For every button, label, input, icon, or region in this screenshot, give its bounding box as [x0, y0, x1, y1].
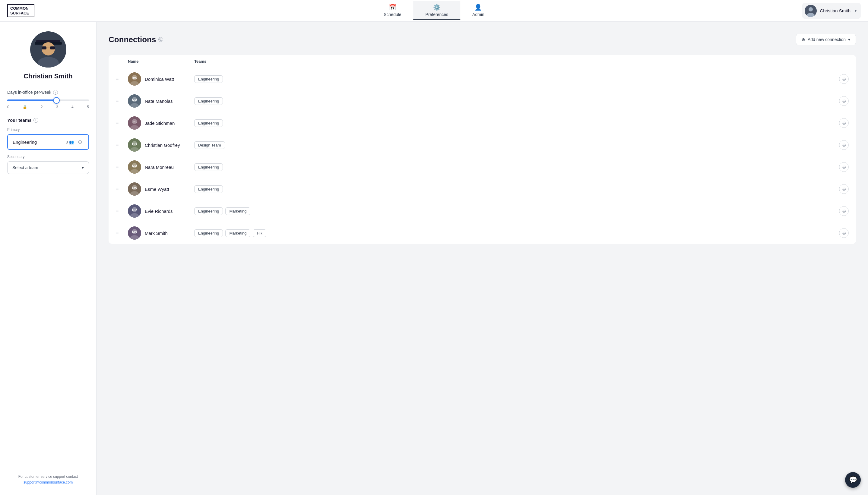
teams-cell: Engineering: [194, 185, 834, 193]
person-cell: DW Dominica Watt: [128, 72, 194, 86]
drag-handle[interactable]: ≡: [116, 76, 128, 82]
person-avatar-svg: NM: [128, 160, 141, 174]
teams-section: Your teams i Primary Engineering 8 👥 ⊖ S…: [7, 118, 89, 174]
svg-point-1: [808, 7, 813, 12]
secondary-team-placeholder: Select a team: [12, 165, 38, 170]
drag-handle[interactable]: ≡: [116, 142, 128, 148]
remove-connection-button[interactable]: ⊖: [839, 118, 849, 128]
connections-header: Connections ⓘ ⊕ Add new connection ▾: [108, 34, 856, 45]
support-label: For customer service support contact: [18, 475, 78, 479]
remove-connection-button[interactable]: ⊖: [839, 184, 849, 194]
team-members-badge: 8 👥: [66, 140, 74, 144]
team-tag: Engineering: [194, 97, 223, 105]
person-avatar: DW: [128, 72, 141, 86]
connections-info-icon[interactable]: ⓘ: [158, 37, 163, 42]
add-icon: ⊕: [802, 37, 805, 42]
profile-avatar-svg: [30, 31, 66, 68]
days-label: Days in-office per-week i: [7, 90, 89, 95]
svg-text:JS: JS: [132, 120, 136, 124]
svg-text:NM: NM: [132, 164, 137, 168]
lock-icon: 🔒: [23, 105, 27, 109]
remove-connection-button[interactable]: ⊖: [839, 96, 849, 106]
person-name: Jade Stichman: [145, 121, 174, 126]
drag-handle[interactable]: ≡: [116, 186, 128, 192]
slider-thumb[interactable]: [53, 97, 60, 104]
person-avatar-svg: ER: [128, 204, 141, 218]
days-label-text: Days in-office per-week: [7, 90, 51, 95]
person-name: Nara Monreau: [145, 165, 174, 170]
drag-handle[interactable]: ≡: [116, 98, 128, 104]
person-avatar: JS: [128, 116, 141, 130]
header-avatar-svg: [805, 5, 817, 17]
svg-rect-8: [50, 47, 55, 49]
remove-btn: ⊖: [834, 140, 849, 150]
remove-connection-button[interactable]: ⊖: [839, 206, 849, 216]
person-name: Nate Manolas: [145, 99, 173, 104]
remove-connection-button[interactable]: ⊖: [839, 228, 849, 238]
secondary-team-select[interactable]: Select a team ▾: [7, 161, 89, 174]
remove-btn: ⊖: [834, 184, 849, 194]
admin-icon: 👤: [474, 4, 482, 11]
person-avatar-svg: CG: [128, 138, 141, 152]
slider-fill: [7, 100, 56, 101]
nav-preferences[interactable]: ⚙️ Preferences: [414, 1, 460, 20]
header-chevron-icon: ▾: [855, 9, 856, 13]
remove-connection-button[interactable]: ⊖: [839, 74, 849, 84]
user-menu[interactable]: Christian Smith ▾: [802, 3, 861, 19]
person-name: Mark Smith: [145, 231, 168, 236]
drag-handle[interactable]: ≡: [116, 208, 128, 214]
nav-preferences-label: Preferences: [425, 12, 448, 17]
header: COMMON SURFACE 📅 Schedule ⚙️ Preferences…: [0, 0, 868, 22]
teams-cell: EngineeringMarketingHR: [194, 229, 834, 237]
team-tag: Design Team: [194, 141, 225, 149]
remove-btn: ⊖: [834, 74, 849, 84]
nav-admin[interactable]: 👤 Admin: [460, 1, 497, 20]
add-connection-button[interactable]: ⊕ Add new connection ▾: [796, 34, 856, 45]
table-row: ≡ CG Christian Godfrey Design Team ⊖: [108, 134, 856, 156]
teams-cell: Engineering: [194, 119, 834, 127]
primary-label: Primary: [7, 127, 89, 132]
person-cell: NM Nara Monreau: [128, 160, 194, 174]
person-cell: CG Christian Godfrey: [128, 138, 194, 152]
logo[interactable]: COMMON SURFACE: [7, 4, 34, 17]
drag-handle[interactable]: ≡: [116, 120, 128, 126]
profile-avatar: [30, 31, 66, 68]
chat-icon: 💬: [849, 476, 857, 484]
logo-line1: COMMON: [10, 6, 29, 11]
connections-title: Connections ⓘ: [108, 35, 163, 44]
remove-btn: ⊖: [834, 118, 849, 128]
svg-text:MS: MS: [132, 230, 137, 234]
person-avatar-svg: DW: [128, 72, 141, 86]
connections-table: Name Teams ≡ DW Dominica Watt Engine: [108, 55, 856, 244]
days-info-icon[interactable]: i: [53, 90, 58, 95]
svg-text:EW: EW: [132, 186, 137, 190]
remove-connection-button[interactable]: ⊖: [839, 162, 849, 172]
person-name: Esme Wyatt: [145, 187, 169, 192]
table-row: ≡ JS Jade Stichman Engineering ⊖: [108, 112, 856, 134]
primary-team-right: 8 👥 ⊖: [66, 138, 84, 146]
nav-schedule[interactable]: 📅 Schedule: [371, 1, 413, 20]
table-row: ≡ NM Nate Manolas Engineering ⊖: [108, 90, 856, 112]
drag-handle[interactable]: ≡: [116, 230, 128, 236]
connections-title-text: Connections: [108, 35, 156, 44]
teams-title: Your teams: [7, 118, 32, 123]
main-content: Connections ⓘ ⊕ Add new connection ▾ Nam…: [97, 22, 868, 495]
team-tag: Engineering: [194, 229, 223, 237]
support-email-link[interactable]: support@commonsurface.com: [23, 480, 73, 484]
svg-rect-7: [41, 47, 47, 49]
slider-label-4: 4: [71, 105, 73, 109]
remove-connection-button[interactable]: ⊖: [839, 140, 849, 150]
schedule-icon: 📅: [389, 4, 396, 11]
person-name: Evie Richards: [145, 209, 173, 214]
remove-primary-team-button[interactable]: ⊖: [76, 138, 84, 146]
table-row: ≡ NM Nara Monreau Engineering ⊖: [108, 156, 856, 178]
person-avatar: ER: [128, 204, 141, 218]
person-name: Dominica Watt: [145, 76, 174, 82]
teams-cell: Engineering: [194, 75, 834, 83]
teams-info-icon[interactable]: i: [33, 118, 38, 123]
chat-bubble[interactable]: 💬: [845, 472, 861, 488]
table-row: ≡ MS Mark Smith EngineeringMarketingHR ⊖: [108, 222, 856, 244]
person-cell: JS Jade Stichman: [128, 116, 194, 130]
svg-text:CG: CG: [132, 142, 137, 146]
drag-handle[interactable]: ≡: [116, 164, 128, 170]
